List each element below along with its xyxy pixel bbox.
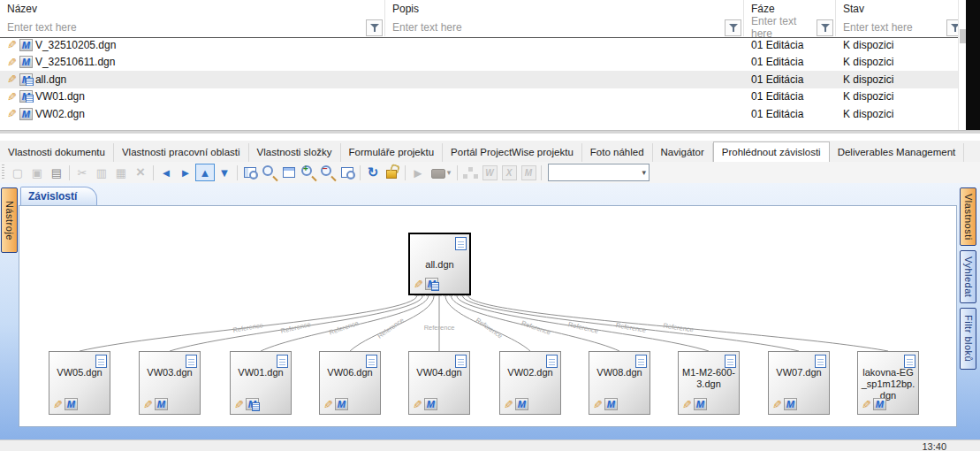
pane-splitter[interactable] [0, 130, 980, 134]
navigate-back-icon[interactable] [156, 164, 176, 181]
briefcase-menu-icon[interactable] [428, 164, 454, 181]
node-label: VW08.dgn [592, 367, 647, 378]
table-scrollbar-thumb[interactable] [960, 29, 966, 43]
sidebar-tab-vlastnosti[interactable]: Vlastnosti [960, 187, 976, 246]
graph-node[interactable]: VW01.dgn✎M [230, 351, 292, 415]
microstation-icon: M [784, 398, 797, 410]
paste-icon[interactable] [111, 164, 131, 181]
toolbar-combobox[interactable]: ▾ [548, 164, 650, 181]
sidebar-tab-vyhledat[interactable]: Vyhledat [960, 250, 976, 303]
attachment-badge-icon [26, 95, 34, 103]
unlock-icon[interactable] [383, 164, 402, 181]
node-icons: ✎M [53, 398, 78, 410]
property-tabbar: Vlastnosti dokumentuVlastnosti pracovní … [0, 141, 980, 163]
filter-input[interactable]: Enter text here [385, 21, 725, 34]
sidebar-tab-filtr-blok-[interactable]: Filtr bloků [960, 308, 976, 370]
open-microstation-letter: M [521, 165, 536, 180]
microstation-icon: M [19, 108, 33, 120]
microstation-icon: M [694, 398, 707, 410]
dependency-canvas[interactable]: ReferenceReferenceReferenceReferenceRefe… [19, 205, 957, 427]
graph-node[interactable]: M1-M2-600-3.dgn✎M [678, 351, 740, 415]
node-label: VW02.dgn [503, 367, 558, 378]
graph-node[interactable]: VW07.dgn✎M [768, 351, 830, 415]
refresh-icon[interactable] [363, 164, 383, 181]
microstation-icon: M [155, 398, 168, 410]
sidebar-tab-nastroje[interactable]: Nástroje [1, 187, 18, 253]
node-label: VW01.dgn [233, 367, 288, 378]
graph-node[interactable]: VW08.dgn✎M [589, 351, 650, 415]
save-icon[interactable] [27, 164, 47, 181]
document-icon [725, 355, 736, 368]
open-microstation-icon[interactable]: M [519, 164, 538, 181]
microstation-icon: M [515, 398, 528, 410]
graph-node[interactable]: VW05.dgn✎M [49, 351, 110, 415]
column-header[interactable]: Název [0, 0, 385, 19]
cut-icon[interactable] [72, 164, 92, 181]
tab-formul-e-projektu[interactable]: Formuláře projektu [341, 143, 444, 162]
export-excel-icon[interactable]: X [499, 164, 519, 181]
window-icon[interactable] [279, 164, 299, 181]
column-header[interactable]: Stav [836, 0, 966, 19]
graph-node[interactable]: VW02.dgn✎M [499, 351, 561, 415]
filter-button[interactable] [817, 19, 833, 36]
graph-node[interactable]: VW06.dgn✎M [319, 351, 381, 415]
tab-foto-n-hled[interactable]: Foto náhled [582, 143, 653, 162]
document-name: V_32510205.dgn [35, 39, 116, 51]
tab-vlastnosti-pracovn-oblasti[interactable]: Vlastnosti pracovní oblasti [114, 143, 249, 162]
table-row[interactable]: ✎MVW01.dgn01 EditáciaK dispozici [0, 88, 966, 106]
table-row[interactable]: ✎Mall.dgn01 EditáciaK dispozici [0, 71, 966, 88]
tab-vlastnosti-dokumentu[interactable]: Vlastnosti dokumentu [0, 143, 114, 162]
hierarchy-icon[interactable] [460, 164, 480, 181]
tab-vlastnosti-slo-ky[interactable]: Vlastnosti složky [249, 143, 341, 162]
run-icon[interactable] [408, 164, 428, 181]
status-bar: 13:40 [0, 440, 980, 451]
copy-icon[interactable] [92, 164, 111, 181]
graph-node[interactable]: VW03.dgn✎M [139, 351, 201, 415]
cell-name: ✎MV_32510611.dgn [0, 56, 385, 68]
new-document-icon[interactable] [8, 164, 27, 181]
toolbar-grip[interactable] [2, 164, 4, 180]
zoom-in-icon[interactable]: + [299, 164, 318, 181]
table-row[interactable]: ✎MVW02.dgn01 EditáciaK dispozici [0, 105, 966, 123]
table-row[interactable]: ✎MV_32510611.dgn01 EditáciaK dispozici [0, 54, 966, 72]
filter-button[interactable] [366, 19, 383, 36]
navigate-up-icon[interactable] [195, 164, 215, 181]
preview-pane-icon[interactable] [240, 164, 260, 181]
document-icon [546, 355, 558, 368]
tab-deliverables-management[interactable]: Deliverables Management [830, 143, 965, 162]
filter-input[interactable]: Enter text here [836, 21, 946, 34]
print-icon[interactable] [47, 164, 66, 181]
search-icon[interactable] [260, 164, 279, 181]
filter-input[interactable]: Enter text here [744, 15, 817, 40]
export-word-icon[interactable]: W [480, 164, 499, 181]
node-icons: ✎M [682, 398, 707, 410]
tab-navig-tor[interactable]: Navigátor [653, 143, 713, 162]
status-time: 13:40 [922, 441, 946, 451]
graph-node-root[interactable]: all.dgn✎M [408, 233, 471, 295]
edge-label: Reference [376, 316, 406, 340]
table-row[interactable]: ✎MV_32510205.dgn01 EditáciaK dispozici [0, 36, 966, 54]
filter-button[interactable] [725, 19, 741, 36]
dependency-tabrow: Závislostí [19, 187, 957, 205]
edit-pencil-icon: ✎ [413, 399, 422, 410]
attachment-badge-icon [252, 402, 260, 411]
node-label: VW05.dgn [52, 367, 107, 378]
tab-prohl-dnout-z-vislosti[interactable]: Prohlédnout závislosti [713, 141, 830, 163]
sidebar-tab-label: Vlastnosti [963, 194, 974, 241]
tab-zavislosti[interactable]: Závislostí [20, 187, 97, 205]
edit-pencil-icon: ✎ [7, 91, 17, 103]
export-excel-letter: X [502, 165, 517, 180]
zoom-out-icon[interactable]: − [318, 164, 338, 181]
zoom-out-sign: − [323, 164, 328, 173]
node-icons: ✎M [413, 398, 437, 410]
zoom-selection-icon[interactable] [338, 164, 357, 181]
graph-node[interactable]: lakovna-EG_sp1m12bp.dgn✎M [857, 351, 919, 415]
delete-icon[interactable] [131, 164, 150, 181]
filter-input[interactable]: Enter text here [0, 21, 366, 34]
table-filter-row: Enter text hereEnter text hereEnter text… [0, 19, 966, 36]
navigate-down-icon[interactable] [215, 164, 234, 181]
tab-port-l-projectwise-projektu[interactable]: Portál ProjectWise projektu [443, 143, 582, 162]
graph-node[interactable]: VW04.dgn✎M [408, 351, 470, 415]
column-header[interactable]: Popis [385, 0, 744, 19]
navigate-forward-icon[interactable] [176, 164, 195, 181]
